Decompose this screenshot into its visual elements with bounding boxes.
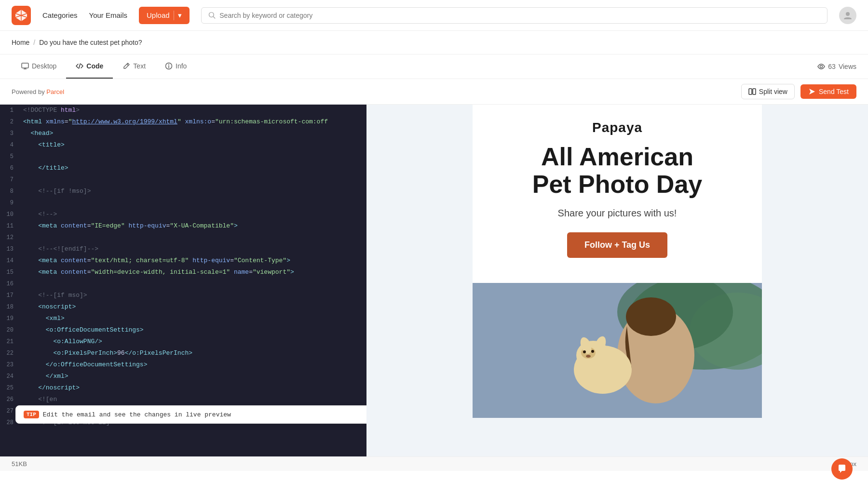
upload-chevron-icon: ▾	[178, 11, 182, 20]
main-nav: Categories Your Emails	[42, 11, 127, 19]
email-title: All American Pet Photo Day	[492, 143, 743, 198]
edit-icon	[122, 62, 130, 70]
svg-point-28	[586, 355, 591, 358]
code-line-21: 21 <o:AllowPNG/>	[0, 336, 366, 348]
status-bar: 51KB 692px	[0, 456, 868, 471]
code-line-26: 26 <![en	[0, 394, 366, 405]
tip-badge: TIP	[24, 411, 39, 418]
code-line-2: 2 <html xmlns="http://www.w3.org/1999/xh…	[0, 116, 366, 128]
upload-divider	[174, 11, 174, 20]
split-view-button[interactable]: Split view	[741, 84, 795, 99]
split-view-icon	[748, 88, 756, 95]
user-avatar[interactable]	[839, 7, 856, 24]
search-bar[interactable]	[201, 7, 827, 24]
tab-code[interactable]: Code	[66, 54, 113, 79]
main-layout: 1 <!DOCTYPE html> 2 <html xmlns="http://…	[0, 105, 868, 456]
views-count: 63 Views	[817, 63, 856, 70]
send-test-label: Send Test	[819, 88, 849, 95]
user-icon	[843, 11, 853, 20]
code-editor[interactable]: 1 <!DOCTYPE html> 2 <html xmlns="http://…	[0, 105, 366, 456]
parcel-link[interactable]: Parcel	[46, 88, 64, 95]
tab-desktop[interactable]: Desktop	[12, 54, 66, 79]
nav-your-emails[interactable]: Your Emails	[89, 11, 127, 19]
code-line-5: 5	[0, 151, 366, 162]
parcel-logo-icon	[12, 6, 31, 25]
email-card: Papaya All American Pet Photo Day Share …	[473, 105, 762, 418]
email-subtitle: Share your pictures with us!	[492, 208, 743, 219]
code-line-11: 11 <meta content="IE=edge" http-equiv="X…	[0, 220, 366, 232]
code-line-13: 13 <!--<![endif]-->	[0, 243, 366, 255]
breadcrumb-current: Do you have the cutest pet photo?	[39, 39, 142, 46]
eye-icon	[817, 63, 825, 70]
tab-info-label: Info	[176, 62, 187, 70]
code-line-23: 23 </o:OfficeDocumentSettings>	[0, 359, 366, 371]
breadcrumb: Home / Do you have the cutest pet photo?	[0, 31, 868, 54]
code-line-19: 19 <xml>	[0, 313, 366, 324]
code-line-25: 25 </noscript>	[0, 382, 366, 394]
code-line-4: 4 <title>	[0, 139, 366, 151]
tabs-list: Desktop Code Text Info	[12, 54, 196, 79]
svg-line-2	[213, 16, 215, 18]
svg-line-7	[79, 64, 81, 68]
svg-rect-13	[749, 89, 752, 94]
views-number: 63	[828, 63, 836, 70]
svg-rect-14	[753, 89, 756, 94]
send-icon	[808, 88, 816, 95]
svg-point-29	[583, 350, 586, 353]
upload-button[interactable]: Upload ▾	[139, 7, 190, 24]
code-line-18: 18 <noscript>	[0, 301, 366, 313]
code-icon	[76, 62, 83, 70]
code-line-9: 9	[0, 197, 366, 209]
svg-rect-4	[22, 63, 28, 68]
logo[interactable]	[12, 6, 31, 25]
svg-point-12	[820, 66, 823, 68]
email-preview: Papaya All American Pet Photo Day Share …	[366, 105, 868, 456]
email-title-line2: Pet Photo Day	[532, 170, 703, 198]
email-pet-illustration	[473, 283, 762, 418]
tab-desktop-label: Desktop	[32, 62, 56, 70]
svg-marker-15	[809, 89, 815, 94]
code-line-3: 3 <head>	[0, 128, 366, 139]
tab-text[interactable]: Text	[113, 54, 155, 79]
code-line-12: 12	[0, 232, 366, 243]
svg-point-30	[591, 350, 594, 353]
email-title-line1: All American	[541, 143, 693, 171]
breadcrumb-home[interactable]: Home	[12, 39, 29, 46]
code-line-7: 7	[0, 174, 366, 186]
svg-point-22	[626, 297, 676, 336]
chat-icon	[837, 464, 847, 471]
powered-by-text: Powered by	[12, 88, 46, 95]
code-line-22: 22 <o:PixelsPerInch>96</o:PixelsPerInch>	[0, 348, 366, 359]
tab-text-label: Text	[133, 62, 146, 70]
code-line-16: 16	[0, 278, 366, 290]
code-line-6: 6 </title>	[0, 162, 366, 174]
svg-point-11	[168, 64, 169, 65]
svg-point-3	[846, 12, 850, 16]
monitor-icon	[21, 62, 29, 70]
tab-code-label: Code	[86, 62, 103, 70]
code-line-24: 24 </xml>	[0, 371, 366, 382]
tip-message: Edit the email and see the changes in li…	[43, 411, 231, 418]
info-icon	[165, 62, 173, 70]
nav-categories[interactable]: Categories	[42, 11, 78, 19]
code-line-20: 20 <o:OfficeDocumentSettings>	[0, 324, 366, 336]
toolbar: Powered by Parcel Split view Send Test	[0, 79, 868, 105]
toolbar-actions: Split view Send Test	[741, 84, 856, 99]
powered-by: Powered by Parcel	[12, 88, 64, 95]
tab-info[interactable]: Info	[155, 54, 196, 79]
email-brand: Papaya	[492, 120, 743, 135]
search-icon	[208, 12, 216, 19]
header: Categories Your Emails Upload ▾	[0, 0, 868, 31]
tip-tooltip: TIP Edit the email and see the changes i…	[15, 405, 366, 424]
code-line-14: 14 <meta content="text/html; charset=utf…	[0, 255, 366, 267]
email-header-area: Papaya All American Pet Photo Day Share …	[473, 105, 762, 283]
email-cta-button[interactable]: Follow + Tag Us	[567, 232, 667, 258]
code-line-15: 15 <meta content="width=device-width, in…	[0, 267, 366, 278]
search-input[interactable]	[219, 12, 820, 19]
svg-line-8	[127, 64, 128, 66]
send-test-button[interactable]: Send Test	[800, 84, 856, 99]
views-label: Views	[839, 63, 856, 70]
email-image-area	[473, 283, 762, 418]
code-line-1: 1 <!DOCTYPE html>	[0, 105, 366, 116]
file-size: 51KB	[12, 460, 27, 468]
